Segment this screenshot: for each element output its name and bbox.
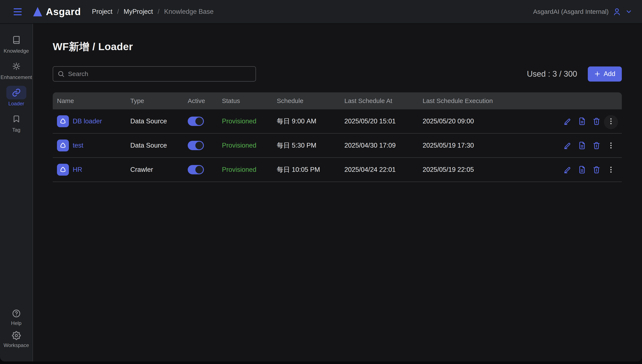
loader-name-link[interactable]: HR xyxy=(73,166,82,174)
account-label: AsgardAI (Asgard Internal) xyxy=(533,8,609,15)
add-button-label: Add xyxy=(603,70,615,78)
last-schedule-execution-value: 2025/05/19 22:05 xyxy=(423,166,474,174)
sidebar-item-label: Help xyxy=(11,320,22,326)
column-header-name: Name xyxy=(53,97,126,104)
kebab-menu-icon[interactable] xyxy=(607,166,615,174)
column-header-status: Status xyxy=(218,97,272,104)
top-bar: Asgard Project / MyProject / Knowledge B… xyxy=(0,0,642,23)
breadcrumb-separator: / xyxy=(117,8,119,16)
document-icon[interactable] xyxy=(578,117,586,125)
toolbar: Used : 3 / 300 Add xyxy=(53,66,622,82)
active-toggle[interactable] xyxy=(188,116,204,126)
loader-type: Data Source xyxy=(130,142,167,149)
loader-name-link[interactable]: DB loader xyxy=(73,118,102,125)
breadcrumb-project[interactable]: Project xyxy=(92,8,112,16)
last-schedule-at-value: 2025/04/30 17:09 xyxy=(344,142,396,149)
breadcrumb: Project / MyProject / Knowledge Base xyxy=(92,8,213,16)
hamburger-menu-icon[interactable] xyxy=(14,8,22,15)
kebab-menu-icon[interactable] xyxy=(607,142,615,150)
column-header-type: Type xyxy=(126,97,183,104)
breadcrumb-separator: / xyxy=(158,8,159,16)
edit-icon[interactable] xyxy=(563,166,572,174)
active-toggle[interactable] xyxy=(188,141,204,150)
app-title: Asgard xyxy=(46,6,81,18)
loader-knot-icon xyxy=(57,164,69,176)
book-icon xyxy=(6,33,26,47)
sidebar-item-knowledge[interactable]: Knowledge xyxy=(0,33,33,54)
sidebar-item-tag[interactable]: Tag xyxy=(0,112,33,133)
sidebar-footer: Help Workspace xyxy=(0,308,33,352)
page-title: WF新增 / Loader xyxy=(53,40,622,54)
trash-icon[interactable] xyxy=(592,117,600,125)
sun-icon xyxy=(6,60,26,73)
schedule-value: 每日 5:30 PM xyxy=(277,141,316,150)
sidebar-item-loader[interactable]: Loader xyxy=(0,86,33,106)
loader-knot-icon xyxy=(57,140,69,152)
triangle-logo-icon xyxy=(33,7,42,16)
kebab-menu-icon[interactable] xyxy=(607,117,615,125)
sidebar-item-label: Enhancement xyxy=(1,74,32,80)
loader-table: Name Type Active Status Schedule Last Sc… xyxy=(53,92,622,182)
column-header-last-schedule-at: Last Schedule At xyxy=(340,97,418,104)
table-row: test Data Source Provisioned 每日 5:30 PM … xyxy=(53,134,622,158)
sidebar-item-label: Knowledge xyxy=(4,48,29,54)
last-schedule-at-value: 2025/05/20 15:01 xyxy=(344,118,396,125)
schedule-value: 每日 10:05 PM xyxy=(277,165,320,174)
active-toggle[interactable] xyxy=(188,165,204,174)
sidebar: Knowledge Enhancement Loader Tag xyxy=(0,24,33,362)
table-row: DB loader Data Source Provisioned 每日 9:0… xyxy=(53,109,622,134)
status-badge: Provisioned xyxy=(222,166,256,174)
search-input[interactable] xyxy=(68,70,251,78)
table-header-row: Name Type Active Status Schedule Last Sc… xyxy=(53,92,622,109)
document-icon[interactable] xyxy=(578,142,586,150)
sidebar-item-label: Loader xyxy=(8,101,24,106)
status-badge: Provisioned xyxy=(222,142,256,149)
status-badge: Provisioned xyxy=(222,118,256,125)
add-button[interactable]: Add xyxy=(588,66,622,82)
last-schedule-execution-value: 2025/05/19 17:30 xyxy=(423,142,474,149)
column-header-active: Active xyxy=(183,97,218,104)
trash-icon[interactable] xyxy=(592,166,600,174)
last-schedule-execution-value: 2025/05/20 09:00 xyxy=(423,118,474,125)
loader-name-link[interactable]: test xyxy=(73,142,83,149)
sidebar-item-enhancement[interactable]: Enhancement xyxy=(0,60,33,80)
search-icon xyxy=(57,70,65,78)
user-icon xyxy=(612,7,621,16)
chevron-down-icon xyxy=(625,8,632,15)
app-logo[interactable]: Asgard xyxy=(33,6,81,18)
schedule-value: 每日 9:00 AM xyxy=(277,117,316,126)
edit-icon[interactable] xyxy=(563,142,572,150)
link-icon xyxy=(6,86,26,100)
breadcrumb-my-project[interactable]: MyProject xyxy=(124,8,153,16)
column-header-schedule: Schedule xyxy=(272,97,340,104)
account-menu[interactable]: AsgardAI (Asgard Internal) xyxy=(533,7,632,16)
sidebar-item-help[interactable]: Help xyxy=(0,308,33,326)
document-icon[interactable] xyxy=(578,166,586,174)
edit-icon[interactable] xyxy=(563,117,572,125)
help-circle-icon xyxy=(6,308,26,319)
loader-knot-icon xyxy=(57,115,69,127)
loader-type: Data Source xyxy=(130,118,167,125)
sidebar-item-label: Tag xyxy=(12,127,21,133)
usage-counter: Used : 3 / 300 xyxy=(527,70,577,78)
column-header-last-schedule-execution: Last Schedule Execution xyxy=(418,97,558,104)
last-schedule-at-value: 2025/04/24 22:01 xyxy=(344,166,396,174)
bookmark-icon xyxy=(6,112,26,126)
table-row: HR Crawler Provisioned 每日 10:05 PM 2025/… xyxy=(53,158,622,182)
sidebar-item-label: Workspace xyxy=(4,342,29,348)
main-content: WF新增 / Loader Used : 3 / 300 Add Name Ty… xyxy=(33,24,642,362)
search-box xyxy=(53,66,256,82)
sidebar-item-workspace[interactable]: Workspace xyxy=(0,330,33,348)
plus-icon xyxy=(594,71,600,77)
gear-icon xyxy=(6,330,26,341)
loader-type: Crawler xyxy=(130,166,153,174)
trash-icon[interactable] xyxy=(592,142,600,150)
breadcrumb-current: Knowledge Base xyxy=(164,8,214,16)
